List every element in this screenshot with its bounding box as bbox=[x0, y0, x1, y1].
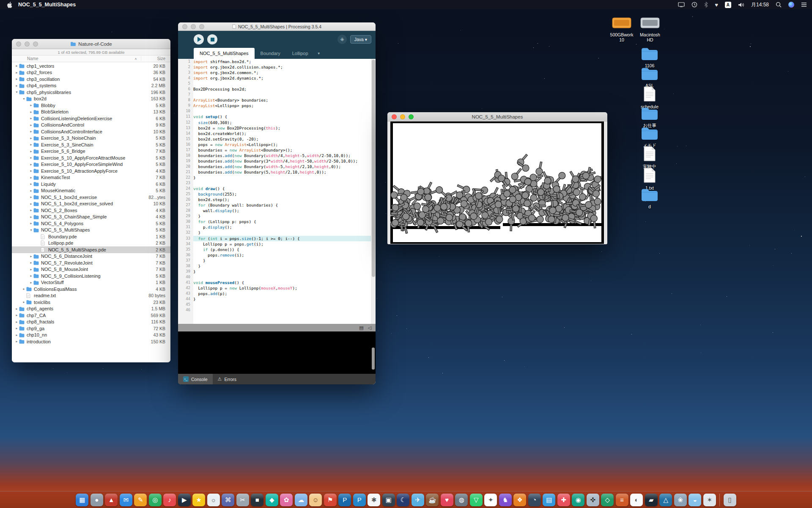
code-line[interactable]: 45 bbox=[178, 302, 376, 307]
code-line[interactable]: 18 boundaries.add(new Boundary(width/4,h… bbox=[178, 153, 376, 158]
code-line[interactable]: 34 Lollipop p = pops.get(i); bbox=[178, 241, 376, 247]
finder-row[interactable]: ▸chp10_nn43 KB bbox=[12, 332, 170, 339]
disclosure-triangle-icon[interactable]: ▸ bbox=[29, 202, 33, 206]
code-line[interactable]: 44} bbox=[178, 296, 376, 302]
zoom-button[interactable] bbox=[33, 41, 38, 47]
apple-menu-icon[interactable] bbox=[7, 2, 12, 8]
dock-icon-dock-app-13[interactable]: ■ bbox=[251, 494, 263, 506]
dock-icon-dock-app-15[interactable]: ✿ bbox=[280, 494, 293, 506]
code-line[interactable]: 6Box2DProcessing box2d; bbox=[178, 86, 376, 92]
column-header-size[interactable]: Size bbox=[141, 56, 170, 61]
finder-row[interactable]: ▸chp7_CA569 KB bbox=[12, 312, 170, 319]
finder-row[interactable]: ▸VectorStuff1 KB bbox=[12, 279, 170, 286]
dock-icon-dock-app-5[interactable]: ✎ bbox=[134, 494, 147, 506]
scrollbar-thumb[interactable] bbox=[372, 60, 375, 277]
finder-row[interactable]: ▸NOC_5_1_box2d_exercise82...ytes bbox=[12, 194, 170, 201]
code-line[interactable]: 25 background(255); bbox=[178, 191, 376, 197]
disclosure-triangle-icon[interactable]: ▸ bbox=[14, 64, 19, 68]
screen-mirroring-icon[interactable] bbox=[678, 2, 685, 7]
stop-button[interactable] bbox=[207, 34, 217, 44]
code-line[interactable]: 28 wall.display(); bbox=[178, 208, 376, 213]
column-header-name[interactable]: Nameᴧ bbox=[12, 56, 141, 61]
finder-row[interactable]: ▸Exercise_5_10_ApplyForceAttractMouse5 K… bbox=[12, 155, 170, 161]
finder-row[interactable]: ▸Exercise_5_10_AttractionApplyForce4 KB bbox=[12, 168, 170, 174]
editor-scrollbar[interactable] bbox=[371, 59, 376, 324]
code-line[interactable]: 46 bbox=[178, 307, 376, 313]
console-grid-icon[interactable]: ▤ bbox=[359, 324, 363, 331]
disclosure-triangle-icon[interactable]: ▸ bbox=[29, 221, 33, 225]
disclosure-triangle-icon[interactable]: ▸ bbox=[14, 340, 19, 343]
code-line[interactable]: 9ArrayList<Lollipop> pops; bbox=[178, 103, 376, 108]
finder-row[interactable]: ▸introduction150 KB bbox=[12, 338, 170, 345]
dock-icon-dock-app-31[interactable]: ❖ bbox=[513, 494, 526, 506]
finder-row[interactable]: ▸Liquidy6 KB bbox=[12, 181, 170, 188]
volume-icon[interactable] bbox=[738, 2, 744, 8]
finder-row[interactable]: ▸NOC_5_4_Polygons5 KB bbox=[12, 220, 170, 227]
code-line[interactable]: 26 box2d.step(); bbox=[178, 197, 376, 202]
tab-menu-icon[interactable]: ▼ bbox=[314, 48, 324, 59]
notification-center-icon[interactable] bbox=[801, 2, 807, 7]
disclosure-triangle-icon[interactable]: ▸ bbox=[29, 110, 33, 114]
code-line[interactable]: 17 boundaries = new ArrayList<Boundary>(… bbox=[178, 147, 376, 153]
code-line[interactable]: 21 boundaries.add(new Boundary(5,height/… bbox=[178, 169, 376, 175]
disclosure-triangle-icon[interactable]: ▸ bbox=[14, 333, 19, 337]
dock-icon-dock-app-7[interactable]: ♪ bbox=[163, 494, 176, 506]
code-line[interactable]: 39} bbox=[178, 269, 376, 274]
desktop-icon-500GBwork 10[interactable]: 500GBwork 10 bbox=[608, 16, 635, 42]
dock-icon-dock-app-39[interactable]: ◐ bbox=[630, 494, 643, 506]
dock-icon-dock-app-38[interactable]: ≡ bbox=[616, 494, 628, 506]
disclosure-triangle-icon[interactable]: ▸ bbox=[14, 313, 19, 317]
finder-row[interactable]: ▸Exercise_5_3_SineChain5 KB bbox=[12, 141, 170, 148]
dock-icon-dock-app-36[interactable]: ✜ bbox=[587, 494, 599, 506]
finder-row[interactable]: ▸MouseKinematic5 KB bbox=[12, 188, 170, 194]
spotlight-icon[interactable] bbox=[776, 2, 782, 8]
disclosure-triangle-icon[interactable]: ▸ bbox=[29, 116, 33, 120]
code-line[interactable]: 42 Lollipop p = new Lollipop(mouseX,mous… bbox=[178, 285, 376, 291]
finder-row[interactable]: ▸CollisionListeningDeletionExercise6 KB bbox=[12, 115, 170, 122]
dock-icon-processing[interactable]: P bbox=[338, 494, 351, 506]
disclosure-triangle-icon[interactable]: ▸ bbox=[14, 326, 19, 330]
dock-icon-dock-app-10[interactable]: ☼ bbox=[207, 494, 220, 506]
dock-icon-dock-app-29[interactable]: ✦ bbox=[484, 494, 497, 506]
dock-icon-dock-app-3[interactable]: ▲ bbox=[105, 494, 118, 506]
disclosure-triangle-icon[interactable]: ▸ bbox=[29, 103, 33, 107]
dock-icon-dock-app-23[interactable]: ☾ bbox=[397, 494, 409, 506]
minimize-button[interactable] bbox=[400, 114, 405, 119]
dock-icon-dock-app-37[interactable]: ◇ bbox=[601, 494, 614, 506]
finder-row[interactable]: ▸NOC_5_8_MouseJoint7 KB bbox=[12, 266, 170, 273]
dock-icon-dock-app-14[interactable]: ◆ bbox=[266, 494, 278, 506]
debug-button[interactable]: ⁜ bbox=[337, 35, 347, 44]
close-button[interactable] bbox=[392, 114, 397, 119]
finder-row[interactable]: readme.txt80 bytes bbox=[12, 293, 170, 299]
code-line[interactable]: 37 } bbox=[178, 258, 376, 263]
finder-row[interactable]: ▸CollisionsEqualMass4 KB bbox=[12, 286, 170, 293]
dock-icon-dock-app-25[interactable]: ☕ bbox=[426, 494, 439, 506]
finder-titlebar[interactable]: Nature-of-Code bbox=[12, 39, 170, 49]
minimize-button[interactable] bbox=[25, 41, 30, 47]
dock-icon-dock-app-26[interactable]: ♥ bbox=[441, 494, 453, 506]
zoom-button[interactable] bbox=[409, 114, 414, 119]
code-line[interactable]: 23 bbox=[178, 180, 376, 186]
code-line[interactable]: 3import org.jbox2d.common.*; bbox=[178, 70, 376, 75]
dock-icon-dock-app-11[interactable]: ⌘ bbox=[222, 494, 234, 506]
dock-icon-dock-app-4[interactable]: ✉ bbox=[120, 494, 132, 506]
zoom-button[interactable] bbox=[199, 24, 204, 29]
disclosure-triangle-icon[interactable]: ▸ bbox=[29, 261, 33, 265]
dock-icon-dock-app-24[interactable]: ✈ bbox=[411, 494, 424, 506]
finder-row[interactable]: ▸NOC_5_1_box2d_exercise_solved10 KB bbox=[12, 201, 170, 207]
finder-row[interactable]: ▸chp8_fractals116 KB bbox=[12, 319, 170, 326]
finder-row[interactable]: ▸KinematicTest7 KB bbox=[12, 174, 170, 181]
desktop-icon-Macintosh HD[interactable]: Macintosh HD bbox=[636, 16, 664, 42]
finder-row[interactable]: ▾box2d163 KB bbox=[12, 96, 170, 102]
minimize-button[interactable] bbox=[191, 24, 196, 29]
dock-icon-dock-app-43[interactable]: ◒ bbox=[689, 494, 701, 506]
dock-icon-dock-app-44[interactable]: ✶ bbox=[703, 494, 716, 506]
finder-row[interactable]: ▸chp3_oscillation54 KB bbox=[12, 76, 170, 83]
close-button[interactable] bbox=[16, 41, 21, 47]
code-line[interactable]: 1import shiffman.box2d.*; bbox=[178, 59, 376, 64]
bluetooth-icon[interactable] bbox=[704, 2, 708, 8]
code-line[interactable]: 31 p.display(); bbox=[178, 224, 376, 230]
code-line[interactable]: 11void setup() { bbox=[178, 114, 376, 119]
code-line[interactable]: 7 bbox=[178, 92, 376, 97]
finder-row[interactable]: Boundary.pde1 KB bbox=[12, 233, 170, 240]
